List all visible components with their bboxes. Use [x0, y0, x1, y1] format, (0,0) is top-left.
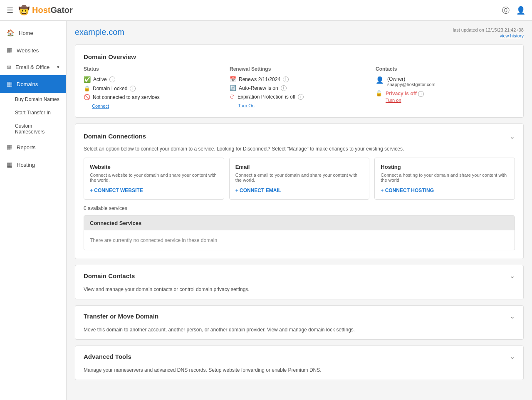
advanced-tools-title: Advanced Tools: [84, 353, 131, 360]
owner-contact-row: 👤 (Owner) snappy@hostgator.com: [376, 76, 515, 87]
home-icon: 🏠: [7, 29, 15, 37]
privacy-row: 🔓 Privacy is off i Turn on: [376, 90, 515, 103]
connections-collapse-icon[interactable]: ⌃: [510, 132, 515, 140]
lock-red-icon: 🔓: [376, 90, 382, 96]
hosting-card-title: Hosting: [381, 164, 509, 170]
expiration-protection-row: ⏱ Expiration Protection is off i: [230, 94, 369, 100]
contacts-col-title: Contacts: [376, 66, 515, 72]
check-circle-icon: ✅: [84, 76, 91, 83]
connect-link[interactable]: Connect: [92, 104, 109, 109]
owner-label: (Owner): [387, 76, 435, 82]
connected-services-box: Connected Services There are currently n…: [84, 215, 515, 250]
reports-icon: ▦: [7, 143, 12, 151]
domain-contacts-title: Domain Contacts: [84, 272, 135, 279]
connected-services-body: There are currently no connected service…: [84, 230, 515, 250]
domain-overview-header: Domain Overview: [84, 53, 515, 60]
sidebar-item-reports-label: Reports: [17, 144, 36, 151]
email-card-desc: Connect a email to your domain and share…: [235, 173, 364, 183]
page-header: example.com last updated on 12/15/23 21:…: [75, 27, 524, 39]
domain-contacts-header[interactable]: Domain Contacts ⌄: [75, 265, 523, 286]
sidebar-item-home[interactable]: 🏠 Home: [0, 24, 66, 42]
renews-text: Renews 2/11/2024: [239, 77, 280, 82]
sidebar-item-buy-domain[interactable]: Buy Domain Names: [0, 93, 66, 106]
domain-locked-info-icon[interactable]: i: [130, 86, 136, 91]
transfer-domain-card: Transfer or Move Domain ⌄ Move this doma…: [75, 305, 524, 340]
not-connected-text: Not connected to any services: [93, 94, 160, 100]
user-account-icon[interactable]: 👤: [516, 6, 525, 15]
sidebar-item-reports[interactable]: ▦ Reports: [0, 138, 66, 156]
sidebar-item-websites-label: Websites: [17, 47, 39, 54]
connection-cards-grid: Website Connect a website to your domain…: [84, 158, 515, 200]
timer-off-icon: ⏱: [230, 94, 235, 100]
transfer-domain-title: Transfer or Move Domain: [84, 313, 158, 320]
email-connection-card: Email Connect a email to your domain and…: [229, 158, 370, 200]
available-count: 0 available services: [84, 205, 515, 211]
hamburger-menu[interactable]: ☰: [7, 6, 13, 15]
advanced-tools-desc: Manage your nameservers and advanced DNS…: [75, 367, 523, 380]
sidebar-item-domains[interactable]: ▦ Domains: [0, 75, 66, 93]
sidebar: 🏠 Home ▦ Websites ✉ Email & Office ▾ ▦ D…: [0, 21, 67, 400]
domain-overview-card: Domain Overview Status ✅ Active i 🔒 Doma…: [75, 44, 524, 118]
connect-email-button[interactable]: + CONNECT EMAIL: [235, 188, 364, 193]
last-updated-section: last updated on 12/15/23 21:42+08 view h…: [453, 27, 524, 39]
sidebar-item-hosting-label: Hosting: [17, 162, 35, 168]
view-history-link[interactable]: view history: [500, 33, 524, 38]
website-card-title: Website: [90, 164, 218, 170]
custom-nameservers-label: Custom Nameservers: [15, 123, 45, 135]
connect-website-button[interactable]: + CONNECT WEBSITE: [90, 188, 218, 193]
sidebar-item-start-transfer[interactable]: Start Transfer In: [0, 106, 66, 119]
contacts-column: Contacts 👤 (Owner) snappy@hostgator.com …: [376, 66, 515, 109]
transfer-domain-header[interactable]: Transfer or Move Domain ⌄: [75, 306, 523, 327]
hosting-connection-card: Hosting Connect a hosting to your domain…: [374, 158, 515, 200]
help-icon[interactable]: ⓪: [502, 5, 510, 15]
auto-renew-text: Auto-Renew is on: [239, 85, 278, 91]
logo: 🤠 HostGator: [18, 5, 73, 16]
auto-renew-info-icon[interactable]: i: [281, 85, 287, 91]
sidebar-item-domains-label: Domains: [17, 81, 38, 87]
overview-grid: Status ✅ Active i 🔒 Domain Locked i 🚫 No…: [84, 66, 515, 109]
start-transfer-label: Start Transfer In: [15, 110, 51, 116]
logo-icon: 🤠: [18, 5, 30, 16]
advanced-tools-header[interactable]: Advanced Tools ⌄: [75, 346, 523, 367]
top-navigation: ☰ 🤠 HostGator ⓪ 👤: [0, 0, 532, 21]
sidebar-item-email-label: Email & Office: [15, 64, 49, 70]
domain-connections-title: Domain Connections: [84, 133, 146, 140]
turn-on-link[interactable]: Turn On: [238, 103, 255, 108]
chevron-down-icon: ▾: [57, 64, 59, 70]
not-connected-row: 🚫 Not connected to any services: [84, 94, 223, 100]
nav-right: ⓪ 👤: [502, 5, 525, 15]
sidebar-item-email-office[interactable]: ✉ Email & Office ▾: [0, 59, 66, 75]
domain-contacts-chevron-icon[interactable]: ⌄: [510, 272, 515, 280]
domain-connections-card: Domain Connections ⌃ Select an option be…: [75, 123, 524, 259]
no-link-icon: 🚫: [84, 94, 90, 100]
lock-icon: 🔒: [84, 85, 90, 91]
transfer-domain-chevron-icon[interactable]: ⌄: [510, 312, 515, 320]
status-column: Status ✅ Active i 🔒 Domain Locked i 🚫 No…: [84, 66, 223, 109]
turn-on-privacy-link[interactable]: Turn on: [386, 98, 401, 103]
website-card-desc: Connect a website to your domain and sha…: [90, 173, 218, 183]
logo-text-plain: Gator: [50, 5, 72, 15]
sidebar-item-custom-nameservers[interactable]: Custom Nameservers: [0, 119, 66, 138]
domains-icon: ▦: [7, 80, 12, 88]
advanced-tools-chevron-icon[interactable]: ⌄: [510, 353, 515, 360]
connections-desc: Select an option below to connect your d…: [84, 146, 515, 152]
renews-info-icon[interactable]: i: [283, 77, 289, 82]
privacy-info-icon[interactable]: i: [418, 91, 424, 97]
domain-connections-header: Domain Connections ⌃: [84, 132, 515, 140]
autorenew-icon: 🔄: [230, 85, 236, 91]
auto-renew-row: 🔄 Auto-Renew is on i: [230, 85, 369, 91]
renews-row: 📅 Renews 2/11/2024 i: [230, 76, 369, 82]
sidebar-item-websites[interactable]: ▦ Websites: [0, 42, 66, 59]
hosting-icon: ▦: [7, 161, 12, 168]
domain-contacts-card: Domain Contacts ⌄ View and manage your d…: [75, 265, 524, 299]
expiration-info-icon[interactable]: i: [298, 94, 304, 100]
connect-hosting-button[interactable]: + CONNECT HOSTING: [381, 188, 509, 193]
email-card-title: Email: [235, 164, 364, 170]
logo-text-colored: Host: [32, 5, 50, 15]
owner-email: snappy@hostgator.com: [387, 82, 435, 87]
sidebar-item-hosting[interactable]: ▦ Hosting: [0, 156, 66, 173]
domain-locked-text: Domain Locked: [93, 86, 127, 91]
active-info-icon[interactable]: i: [109, 77, 115, 82]
renewal-col-title: Renewal Settings: [230, 66, 369, 72]
privacy-info: Privacy is off i Turn on: [386, 90, 424, 103]
